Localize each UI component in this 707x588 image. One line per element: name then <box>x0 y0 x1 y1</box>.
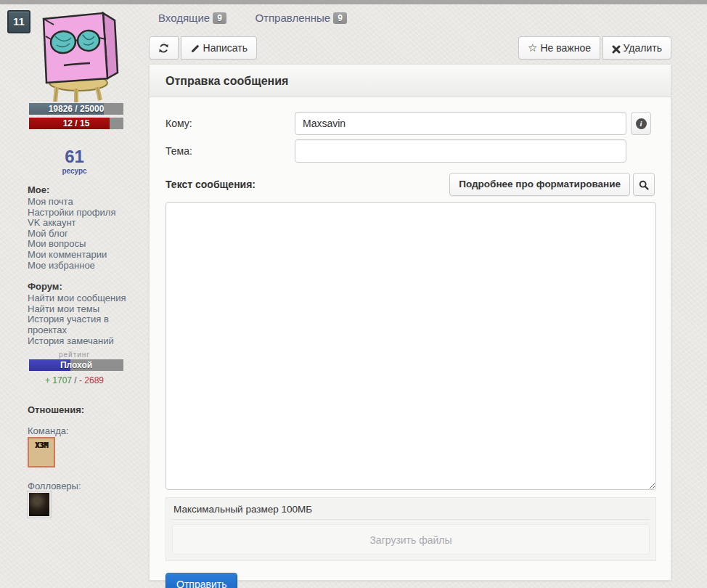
to-row: Кому: i <box>165 112 655 135</box>
profile-sidebar: 11 19826 / 25000 12 / 15 61 ресурс <box>0 4 149 588</box>
compose-button[interactable]: Написать <box>181 36 257 60</box>
user-avatar[interactable] <box>22 7 131 103</box>
sidebar-item-vk-account[interactable]: VK аккаунт <box>28 218 136 229</box>
message-body-textarea[interactable] <box>165 202 656 490</box>
refresh-icon <box>158 43 169 54</box>
tab-inbox-badge: 9 <box>213 12 226 24</box>
tab-sent-label: Отправленные <box>255 12 330 24</box>
mail-tabs: Входящие9 Отправленные9 <box>158 12 373 24</box>
sidebar-item-find-my-posts[interactable]: Найти мои сообщения <box>28 293 136 304</box>
sidebar-item-my-mail[interactable]: Моя почта <box>28 197 136 208</box>
pink-box-avatar-illustration <box>22 7 131 103</box>
send-message-panel: Отправка сообщения Кому: i Тема: Текст с… <box>149 64 671 581</box>
tab-inbox-label: Входящие <box>158 12 210 24</box>
not-important-label: Не важное <box>541 42 592 54</box>
menu-section-forum: Форум: <box>28 281 136 292</box>
relations-title: Отношения: <box>28 404 84 415</box>
sidebar-item-my-questions[interactable]: Мои вопросы <box>28 239 136 250</box>
subject-label: Тема: <box>165 145 295 157</box>
magnifier-icon <box>639 180 649 190</box>
not-important-button[interactable]: ☆Не важное <box>518 36 600 60</box>
panel-title: Отправка сообщения <box>150 65 671 97</box>
sidebar-item-warnings-history[interactable]: История замечаний <box>28 336 136 347</box>
subject-row: Тема: <box>165 139 655 163</box>
upload-size-hint: Максимальный размер 100МБ <box>172 502 650 520</box>
message-label-row: Текст сообщения: Подробнее про форматиро… <box>165 173 655 196</box>
upload-section: Максимальный размер 100МБ Загрузить файл… <box>165 497 656 561</box>
toolbar-right-group: ☆Не важное Удалить <box>518 36 671 60</box>
delete-button[interactable]: Удалить <box>602 36 671 60</box>
rating-plus: + 1707 <box>45 375 72 385</box>
rating-minus: - 2689 <box>79 375 104 385</box>
sidebar-item-project-history[interactable]: История участия в проектах <box>28 314 136 335</box>
info-icon: i <box>636 118 647 129</box>
to-label: Кому: <box>165 118 295 129</box>
tab-sent-badge: 9 <box>333 12 347 24</box>
rating-separator: / <box>74 375 76 385</box>
subject-input[interactable] <box>295 139 626 163</box>
experience-bar-label: 19826 / 25000 <box>49 104 105 114</box>
experience-bar: 19826 / 25000 <box>29 103 123 115</box>
rating-bar-value: Плохой <box>60 360 92 370</box>
upload-files-dropzone[interactable]: Загрузить файлы <box>172 524 650 555</box>
star-icon: ☆ <box>528 41 537 54</box>
sidebar-menu: Мое: Моя почта Настройки профиля VK акка… <box>28 184 136 346</box>
tab-inbox[interactable]: Входящие9 <box>158 12 226 24</box>
sidebar-item-my-comments[interactable]: Мои комментарии <box>28 250 136 261</box>
send-button[interactable]: Отправить <box>165 573 237 588</box>
compose-button-label: Написать <box>203 42 248 54</box>
tab-sent[interactable]: Отправленные9 <box>255 12 346 24</box>
recipient-info-button[interactable]: i <box>631 112 651 135</box>
search-button[interactable] <box>633 173 655 196</box>
toolbar-left-group: Написать <box>149 36 257 47</box>
menu-section-my: Мое: <box>28 184 136 195</box>
rating-bar: Плохой <box>29 359 123 371</box>
rating-label: рейтинг <box>0 351 149 359</box>
refresh-button[interactable] <box>149 36 179 60</box>
sidebar-item-my-blog[interactable]: Мой блог <box>28 229 136 240</box>
health-bar: 12 / 15 <box>29 118 123 129</box>
top-strip <box>0 0 707 4</box>
to-input[interactable] <box>295 112 626 135</box>
team-avatar[interactable]: ХЗМ <box>28 437 55 467</box>
x-icon <box>612 45 621 54</box>
team-label: Команда: <box>28 425 69 436</box>
resource-label: ресурс <box>0 167 149 175</box>
sidebar-item-profile-settings[interactable]: Настройки профиля <box>28 208 136 219</box>
formatting-help-button[interactable]: Подробнее про форматирование <box>449 173 630 196</box>
pencil-icon <box>190 44 200 54</box>
panel-body: Кому: i Тема: Текст сообщения: Подробнее… <box>150 97 671 588</box>
resource-count: 61 <box>0 147 149 167</box>
health-bar-label: 12 / 15 <box>63 118 90 128</box>
follower-avatar[interactable] <box>28 491 51 518</box>
sidebar-item-find-my-topics[interactable]: Найти мои темы <box>28 304 136 315</box>
followers-label: Фолловеры: <box>28 481 81 491</box>
message-body-label: Текст сообщения: <box>165 179 449 190</box>
delete-label: Удалить <box>624 42 662 54</box>
mail-toolbar: Написать ☆Не важное Удалить <box>149 36 671 60</box>
rating-counts: + 1707 / - 2689 <box>0 375 149 385</box>
sidebar-item-my-favorites[interactable]: Мое избранное <box>28 261 136 271</box>
